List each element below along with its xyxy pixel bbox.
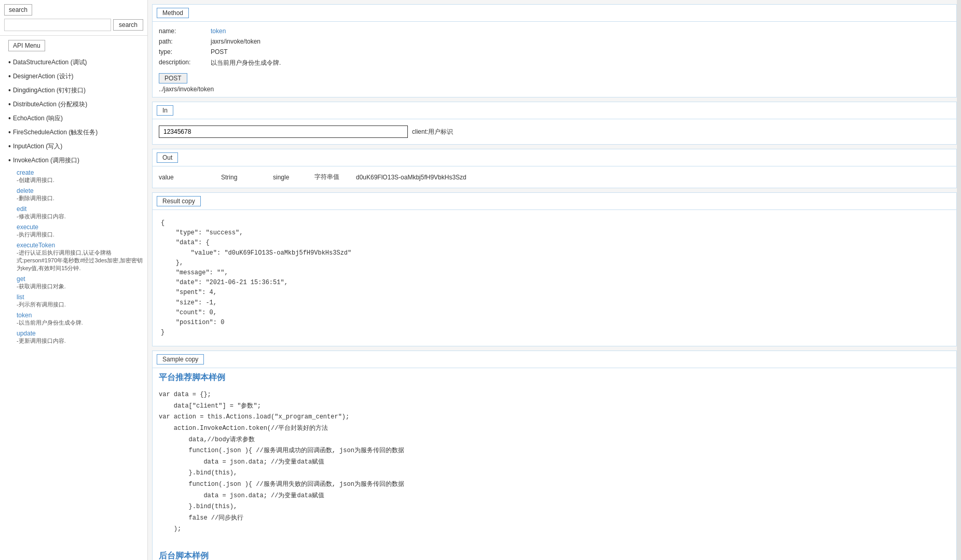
sidebar-item-echo[interactable]: EchoAction (响应) [4, 111, 143, 125]
out-title-badge: Out [157, 152, 178, 163]
in-section-header: In [153, 102, 956, 119]
sidebar-item-label: DesignerAction (设计) [13, 72, 74, 81]
sample-copy-title: Sample copy [157, 354, 204, 365]
sidebar-item-datastructure[interactable]: DataStructureAction (调试) [4, 55, 143, 69]
sub-item-list: list -列示所有调用接口. [17, 292, 143, 310]
result-copy-header: Result copy [153, 193, 956, 210]
post-button[interactable]: POST [159, 73, 187, 83]
sidebar-item-label: EchoAction (响应) [13, 114, 63, 123]
sub-item-update-desc: -更新调用接口内容. [17, 338, 66, 344]
method-name-row: name: token [159, 26, 950, 36]
sub-item-execute-desc: -执行调用接口. [17, 231, 54, 237]
method-desc-value: 以当前用户身份生成令牌. [211, 59, 281, 67]
out-value-col: value [159, 174, 221, 181]
sidebar: search search API Menu DataStructureActi… [0, 0, 148, 560]
sub-item-edit-link[interactable]: edit [17, 205, 143, 213]
in-field-row: client:用户标识 [159, 123, 950, 140]
search-row: search [4, 19, 143, 31]
in-section: In client:用户标识 [152, 102, 957, 145]
method-desc-label: description: [159, 59, 211, 66]
backend-title: 后台脚本样例 [159, 551, 950, 560]
invoke-sub-items: create -创建调用接口. delete -删除调用接口. edit -修改… [4, 167, 143, 346]
sample-code: var data = {}; data["client"] = "参数"; va… [159, 389, 950, 535]
in-title-badge: In [157, 105, 173, 116]
out-section-header: Out [153, 149, 956, 166]
method-path-value: jaxrs/invoke/token [211, 38, 260, 45]
sub-item-delete-desc: -删除调用接口. [17, 195, 54, 201]
method-name-value: token [211, 27, 226, 35]
sidebar-item-invoke[interactable]: InvokeAction (调用接口) [4, 153, 143, 167]
sub-item-executetoken: executeToken -进行认证后执行调用接口,认证令牌格式:person#… [17, 240, 143, 274]
post-area: POST ../jaxrs/invoke/token [159, 73, 950, 93]
sample-subtitle: 平台推荐脚本样例 [159, 372, 950, 383]
sub-item-delete-link[interactable]: delete [17, 187, 143, 194]
sub-item-edit-desc: -修改调用接口内容. [17, 213, 66, 219]
result-copy-body: { "type": "success", "data": { "value": … [153, 210, 956, 346]
method-section-header: Method [153, 5, 956, 22]
sample-copy-body: 平台推荐脚本样例 var data = {}; data["client"] =… [153, 368, 956, 560]
sub-item-executetoken-desc: -进行认证后执行调用接口,认证令牌格式:person#1970年毫秒数#经过3d… [17, 249, 143, 271]
sample-copy-section: Sample copy 平台推荐脚本样例 var data = {}; data… [152, 351, 957, 560]
sub-item-get-desc: -获取调用接口对象. [17, 283, 66, 289]
sidebar-item-designer[interactable]: DesignerAction (设计) [4, 69, 143, 83]
method-path-label: path: [159, 38, 211, 45]
sub-item-token: token -以当前用户身份生成令牌. [17, 310, 143, 328]
sub-item-get: get -获取调用接口对象. [17, 274, 143, 292]
method-path-row: path: jaxrs/invoke/token [159, 36, 950, 47]
sub-item-delete: delete -删除调用接口. [17, 186, 143, 204]
method-type-value: POST [211, 48, 228, 55]
sub-item-list-desc: -列示所有调用接口. [17, 301, 66, 307]
sub-item-get-link[interactable]: get [17, 275, 143, 283]
method-type-label: type: [159, 48, 211, 55]
method-desc-row: description: 以当前用户身份生成令牌. [159, 57, 950, 69]
sub-item-token-link[interactable]: token [17, 312, 143, 319]
sidebar-item-distribute[interactable]: DistributeAction (分配模块) [4, 97, 143, 111]
sub-item-execute: execute -执行调用接口. [17, 222, 143, 240]
sidebar-search-title[interactable]: search [4, 4, 32, 16]
out-result-col: d0uK69FlO13S-oaMkbj5fH9VbkHs3Szd [356, 174, 466, 181]
sidebar-top: search search [0, 0, 147, 36]
sidebar-item-label: DataStructureAction (调试) [13, 58, 87, 67]
sub-item-token-desc: -以当前用户身份生成令牌. [17, 319, 83, 326]
sidebar-item-dingding[interactable]: DingdingAction (钉钉接口) [4, 83, 143, 97]
result-copy-section: Result copy { "type": "success", "data":… [152, 192, 957, 346]
method-table: name: token path: jaxrs/invoke/token typ… [159, 26, 950, 69]
sidebar-item-label: DingdingAction (钉钉接口) [13, 86, 86, 95]
sidebar-content: DataStructureAction (调试) DesignerAction … [0, 53, 147, 560]
out-row: value String single 字符串值 d0uK69FlO13S-oa… [159, 171, 950, 184]
right-scrollbar[interactable] [957, 0, 961, 560]
out-type-col: String [221, 174, 273, 181]
sub-item-list-link[interactable]: list [17, 293, 143, 301]
method-title-badge: Method [157, 8, 189, 18]
out-single-col: single [273, 174, 314, 181]
sub-item-edit: edit -修改调用接口内容. [17, 204, 143, 222]
method-section-body: name: token path: jaxrs/invoke/token typ… [153, 22, 956, 97]
sub-item-create: create -创建调用接口. [17, 167, 143, 186]
sidebar-item-fireschedule[interactable]: FireScheduleAction (触发任务) [4, 125, 143, 139]
out-section: Out value String single 字符串值 d0uK69FlO13… [152, 149, 957, 188]
method-section: Method name: token path: jaxrs/invoke/to… [152, 4, 957, 97]
sub-item-create-desc: -创建调用接口. [17, 177, 54, 183]
out-section-body: value String single 字符串值 d0uK69FlO13S-oa… [153, 166, 956, 188]
sub-item-update: update -更新调用接口内容. [17, 328, 143, 346]
result-code-block: { "type": "success", "data": { "value": … [159, 214, 950, 342]
main-content: Method name: token path: jaxrs/invoke/to… [148, 0, 961, 560]
sub-item-execute-link[interactable]: execute [17, 223, 143, 231]
in-client-input[interactable] [159, 125, 408, 138]
api-menu-label-wrap: API Menu [0, 36, 147, 53]
sample-copy-header: Sample copy [153, 351, 956, 368]
sidebar-item-input[interactable]: InputAction (写入) [4, 139, 143, 153]
search-input[interactable] [4, 19, 111, 31]
sidebar-item-label: InvokeAction (调用接口) [13, 156, 79, 165]
result-copy-title: Result copy [157, 196, 201, 206]
search-button[interactable]: search [113, 19, 143, 31]
sidebar-item-label: InputAction (写入) [13, 142, 62, 151]
method-type-row: type: POST [159, 47, 950, 57]
method-name-label: name: [159, 27, 211, 35]
in-client-label: client:用户标识 [412, 128, 453, 136]
in-section-body: client:用户标识 [153, 119, 956, 144]
sub-item-update-link[interactable]: update [17, 330, 143, 337]
sub-item-create-link[interactable]: create [17, 169, 143, 176]
sidebar-item-label: DistributeAction (分配模块) [13, 100, 87, 109]
sub-item-executetoken-link[interactable]: executeToken [17, 242, 143, 249]
